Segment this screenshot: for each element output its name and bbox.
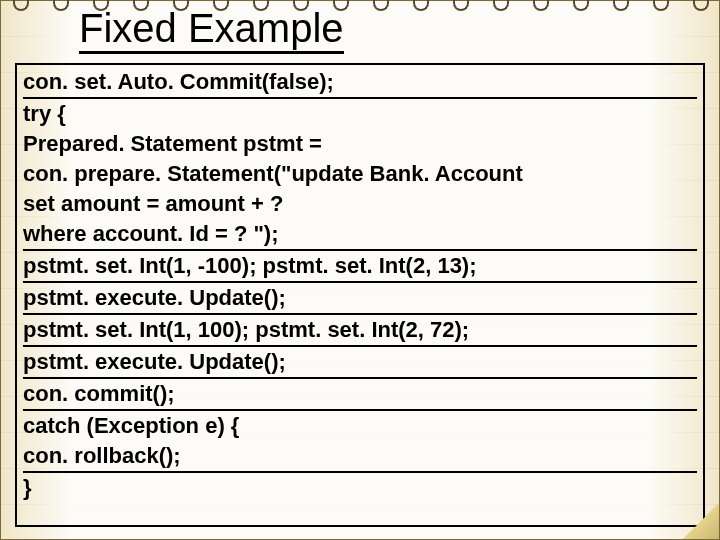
code-line: con. set. Auto. Commit(false);: [23, 67, 697, 99]
code-line: set amount = amount + ?: [23, 189, 697, 219]
code-line: pstmt. execute. Update();: [23, 283, 697, 315]
code-line: pstmt. execute. Update();: [23, 347, 697, 379]
code-line: con. commit();: [23, 379, 697, 411]
code-line: pstmt. set. Int(1, 100); pstmt. set. Int…: [23, 315, 697, 347]
slide-title: Fixed Example: [79, 7, 344, 54]
code-line: con. prepare. Statement("update Bank. Ac…: [23, 159, 697, 189]
code-line: }: [23, 473, 697, 503]
code-line: Prepared. Statement pstmt =: [23, 129, 697, 159]
code-line: con. rollback();: [23, 441, 697, 473]
slide: Fixed Example con. set. Auto. Commit(fal…: [0, 0, 720, 540]
code-block: con. set. Auto. Commit(false); try { Pre…: [15, 63, 705, 527]
code-line: try {: [23, 99, 697, 129]
code-line: pstmt. set. Int(1, -100); pstmt. set. In…: [23, 251, 697, 283]
code-line: catch (Exception e) {: [23, 411, 697, 441]
code-line: where account. Id = ? ");: [23, 219, 697, 251]
